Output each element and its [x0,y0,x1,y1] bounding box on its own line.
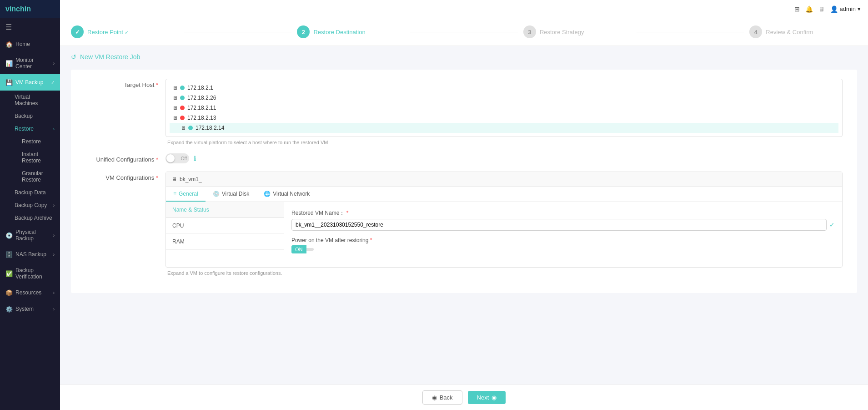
chevron-icon: › [53,290,55,295]
sidebar-vm-backup-sub: Virtual Machines Backup Restore › Restor… [0,91,60,224]
sidebar-item-label: Resources [15,289,41,296]
sidebar-item-label: VM Backup [15,79,43,86]
sidebar-item-label: Restore [15,126,34,132]
host-status-red [180,106,185,110]
tab-virtual-disk[interactable]: 💿 Virtual Disk [206,187,256,202]
chevron-icon: › [53,203,55,208]
vm-config-title: 🖥 bk_vm1_ [171,176,202,182]
sidebar-item-system[interactable]: ⚙️ System › [0,301,60,317]
wizard-step-1: ✓ Restore Point ✓ [71,25,179,38]
home-icon: 🏠 [5,40,13,48]
sidebar-item-label: Virtual Machines [15,94,55,106]
power-on-label: Power on the VM after restoring * [291,237,835,243]
required-star: * [156,81,158,88]
sidebar-item-backup-verification[interactable]: ✅ Backup Verification [0,263,60,284]
chevron-icon: › [53,61,55,66]
unified-config-control: Off ℹ [166,153,843,163]
sidebar: vinchin ☰ 🏠 Home 📊 Monitor Center › 💾 VM… [0,0,60,410]
info-icon[interactable]: ℹ [194,155,196,162]
host-item-3[interactable]: 🖥 172.18.2.11 [170,103,838,113]
disk-tab-icon: 💿 [213,191,220,197]
sidebar-item-vm-backup[interactable]: 💾 VM Backup ✓ [0,74,60,91]
target-host-control: 🖥 172.18.2.1 🖥 172.18.2.26 🖥 1 [166,79,843,145]
step-2-num: 2 [297,25,310,38]
vm-config-row: VM Configurations * 🖥 bk_vm1_ — [85,172,843,276]
sidebar-item-restore[interactable]: Restore › [13,122,60,135]
host-item-4[interactable]: 🖥 172.18.2.13 [170,113,838,123]
user-menu[interactable]: 👤 admin ▾ [830,5,861,13]
back-button[interactable]: ◉ Back [422,390,462,405]
wizard-divider-2 [410,32,518,32]
host-ip: 172.18.2.26 [187,95,216,101]
host-status-green [180,96,185,100]
sidebar-item-resources[interactable]: 📦 Resources › [0,284,60,301]
sidebar-item-label: Backup [15,113,33,119]
sidebar-item-backup-data[interactable]: Backup Data [13,186,60,199]
monitor-display-icon[interactable]: 🖥 [818,5,825,13]
power-on-button: ON [291,245,306,253]
server-icon: 🖥 [172,95,177,101]
restored-vm-name-label: Restored VM Name： * [291,209,835,217]
unified-config-toggle[interactable]: Off [166,153,189,163]
physical-backup-icon: 💿 [5,232,13,239]
sidebar-item-restore-sub[interactable]: Restore [20,135,60,148]
hamburger-icon: ☰ [5,23,12,31]
tab-virtual-network[interactable]: 🌐 Virtual Network [256,187,317,202]
nas-backup-icon: 🗄️ [5,251,13,258]
network-tab-icon: 🌐 [264,191,271,197]
sidebar-item-label: Backup Archive [15,215,52,221]
page-title: New VM Restore Job [80,53,140,61]
chevron-icon: › [53,127,55,132]
sidebar-item-label: Monitor Center [15,57,50,70]
host-tree[interactable]: 🖥 172.18.2.1 🖥 172.18.2.26 🖥 1 [166,79,843,137]
sidebar-item-backup-copy[interactable]: Backup Copy › [13,199,60,212]
tab-general[interactable]: ≡ General [166,187,206,202]
host-item-5-selected[interactable]: 🖥 172.18.2.14 [170,123,838,133]
sidebar-item-instant-restore[interactable]: Instant Restore [20,148,60,167]
sidebar-item-monitor-center[interactable]: 📊 Monitor Center › [0,52,60,74]
power-on-field: Power on the VM after restoring * ON [291,237,835,253]
bell-icon[interactable]: 🔔 [805,5,813,13]
sidebar-item-backup[interactable]: Backup [13,110,60,122]
power-toggle[interactable]: ON [291,245,835,253]
main-area: ⊞ 🔔 🖥 👤 admin ▾ ✓ Restore Point ✓ 2 Rest… [60,0,868,410]
grid-icon[interactable]: ⊞ [794,5,800,13]
vm-tabs: ≡ General 💿 Virtual Disk 🌐 Virtual Netwo… [166,187,842,202]
wizard-step-2: 2 Restore Destination [297,25,405,38]
host-item-1[interactable]: 🖥 172.18.2.1 [170,83,838,93]
host-item-2[interactable]: 🖥 172.18.2.26 [170,93,838,103]
sidebar-item-label: Home [15,41,30,47]
sidebar-item-backup-archive[interactable]: Backup Archive [13,212,60,224]
sidebar-item-virtual-machines[interactable]: Virtual Machines [13,91,60,110]
restored-vm-name-input[interactable] [291,219,827,231]
vm-config-cpu[interactable]: CPU [166,218,284,234]
vm-config-ram[interactable]: RAM [166,234,284,250]
server-icon: 🖥 [181,125,186,131]
backup-verification-icon: ✅ [5,270,13,277]
close-icon[interactable]: — [830,176,837,183]
power-off-button [306,248,314,251]
page-icon: ↺ [71,53,76,61]
target-host-hint: Expand the virtual platform to select a … [166,140,843,145]
sidebar-item-granular-restore[interactable]: Granular Restore [20,167,60,186]
sidebar-item-label: Restore [22,138,41,145]
wizard-divider-3 [637,32,744,32]
monitor-icon: 📊 [5,60,13,67]
sidebar-item-nas-backup[interactable]: 🗄️ NAS Backup › [0,246,60,263]
sidebar-item-label: Backup Copy [15,202,47,208]
toggle-wrap: Off ℹ [166,153,843,163]
sidebar-item-home[interactable]: 🏠 Home [0,36,60,52]
step-4-num: 4 [749,25,762,38]
vm-section-name-status: Name & Status [166,202,284,218]
step-4-label: Review & Confirm [766,29,813,35]
footer: ◉ Back Next ◉ [60,385,868,410]
sidebar-item-label: Backup Data [15,189,46,196]
wizard-step-3: 3 Restore Strategy [523,25,631,38]
sidebar-toggle[interactable]: ☰ [0,18,60,36]
back-icon: ◉ [432,394,437,401]
next-button[interactable]: Next ◉ [468,391,506,404]
logo: vinchin [0,0,60,18]
sidebar-item-label: Backup Verification [15,267,55,280]
sidebar-item-physical-backup[interactable]: 💿 Physical Backup › [0,224,60,246]
sidebar-item-label: Granular Restore [22,170,55,183]
